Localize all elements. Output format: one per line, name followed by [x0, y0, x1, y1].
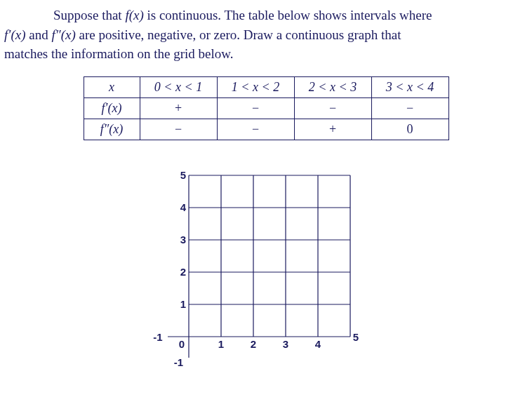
x-tick-label: -1: [153, 331, 162, 343]
y-tick-label: 5: [180, 169, 186, 181]
x-tick-label: 4: [315, 338, 321, 350]
y-tick-label: 2: [180, 266, 186, 278]
sign-cell: −: [294, 97, 371, 119]
row-label-fpp: f″(x): [100, 122, 123, 136]
sign-cell: +: [294, 119, 371, 140]
row-label-fprime: f′(x): [102, 101, 122, 115]
x-tick-label: 3: [283, 338, 288, 350]
x-tick-label: 1: [218, 338, 224, 350]
table-row: x 0 < x < 1 1 < x < 2 2 < x < 3 3 < x < …: [84, 76, 448, 97]
y-tick-label: 3: [180, 234, 186, 245]
sign-cell: 0: [371, 119, 448, 140]
y-tick-label: 4: [180, 201, 187, 213]
y-tick-label: -1: [174, 356, 183, 368]
f-prime-of-x: f′(x): [4, 27, 26, 42]
coordinate-grid: -1 0 1 2 3 4 5 -1 1 2 3 4 5: [147, 161, 385, 372]
sign-cell: −: [217, 119, 294, 140]
f-of-x: f(x): [125, 8, 143, 22]
table-row: f″(x) − − + 0: [84, 119, 448, 140]
sign-cell: −: [371, 97, 448, 119]
interval-header: 0 < x < 1: [140, 76, 217, 97]
sign-cell: −: [217, 97, 294, 119]
header-x: x: [109, 80, 114, 94]
text-part: Suppose that: [53, 8, 125, 22]
table-row: f′(x) + − − −: [84, 97, 448, 119]
derivative-table-wrap: x 0 < x < 1 1 < x < 2 2 < x < 3 3 < x < …: [4, 76, 528, 140]
derivative-sign-table: x 0 < x < 1 1 < x < 2 2 < x < 3 3 < x < …: [84, 76, 449, 140]
interval-header: 3 < x < 4: [371, 76, 448, 97]
x-tick-label: 2: [251, 338, 256, 350]
interval-header: 1 < x < 2: [217, 76, 294, 97]
graph-grid-wrap: -1 0 1 2 3 4 5 -1 1 2 3 4 5: [4, 161, 528, 372]
interval-header: 2 < x < 3: [294, 76, 371, 97]
sign-cell: +: [140, 97, 217, 119]
y-tick-label: 1: [180, 298, 186, 310]
text-part: matches the information on the grid belo…: [4, 46, 233, 61]
x-tick-label: 0: [179, 338, 185, 350]
x-tick-label: 5: [353, 331, 359, 343]
text-part: is continuous. The table below shows int…: [144, 8, 432, 22]
text-part: are positive, negative, or zero. Draw a …: [76, 27, 401, 42]
text-part: and: [26, 27, 52, 42]
sign-cell: −: [140, 119, 217, 140]
f-double-prime-of-x: f″(x): [51, 27, 75, 42]
problem-statement: Suppose that f(x) is continuous. The tab…: [4, 6, 528, 64]
